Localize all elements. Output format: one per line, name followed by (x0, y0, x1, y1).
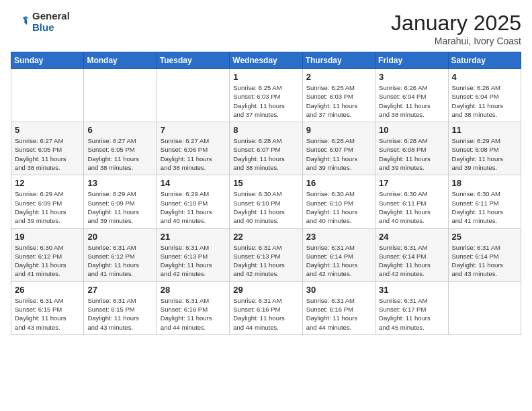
day-info: Sunrise: 6:31 AM Sunset: 6:12 PM Dayligh… (87, 243, 152, 279)
day-info: Sunrise: 6:29 AM Sunset: 6:09 PM Dayligh… (87, 189, 152, 225)
calendar-header-saturday: Saturday (448, 52, 521, 69)
logo-icon (11, 13, 30, 32)
day-number: 16 (306, 178, 371, 188)
day-number: 5 (15, 125, 80, 135)
calendar-cell: 7Sunrise: 6:27 AM Sunset: 6:06 PM Daylig… (157, 122, 229, 175)
calendar-cell: 6Sunrise: 6:27 AM Sunset: 6:05 PM Daylig… (84, 122, 157, 175)
calendar-cell: 13Sunrise: 6:29 AM Sunset: 6:09 PM Dayli… (84, 175, 157, 228)
calendar-cell: 22Sunrise: 6:31 AM Sunset: 6:13 PM Dayli… (230, 228, 302, 281)
calendar-cell: 4Sunrise: 6:26 AM Sunset: 6:04 PM Daylig… (448, 69, 521, 122)
day-number: 14 (161, 178, 226, 188)
day-info: Sunrise: 6:31 AM Sunset: 6:14 PM Dayligh… (452, 243, 517, 279)
day-number: 19 (15, 232, 80, 242)
calendar-cell: 14Sunrise: 6:29 AM Sunset: 6:10 PM Dayli… (157, 175, 229, 228)
location-title: Marahui, Ivory Coast (391, 36, 521, 46)
calendar-cell: 29Sunrise: 6:31 AM Sunset: 6:16 PM Dayli… (230, 281, 302, 334)
calendar-cell: 24Sunrise: 6:31 AM Sunset: 6:14 PM Dayli… (375, 228, 448, 281)
calendar-cell (157, 69, 229, 122)
calendar-cell (84, 69, 157, 122)
day-number: 18 (452, 178, 517, 188)
day-info: Sunrise: 6:27 AM Sunset: 6:05 PM Dayligh… (87, 136, 152, 172)
logo-text: General Blue (32, 11, 70, 33)
day-number: 11 (452, 125, 517, 135)
day-info: Sunrise: 6:31 AM Sunset: 6:13 PM Dayligh… (161, 243, 226, 279)
logo-general: General (32, 10, 70, 21)
calendar-header-sunday: Sunday (11, 52, 84, 69)
day-info: Sunrise: 6:31 AM Sunset: 6:16 PM Dayligh… (233, 296, 298, 332)
calendar-week-row: 12Sunrise: 6:29 AM Sunset: 6:09 PM Dayli… (11, 175, 521, 228)
calendar-cell: 23Sunrise: 6:31 AM Sunset: 6:14 PM Dayli… (302, 228, 375, 281)
day-number: 8 (233, 125, 298, 135)
calendar-header-friday: Friday (375, 52, 448, 69)
day-info: Sunrise: 6:30 AM Sunset: 6:11 PM Dayligh… (379, 189, 444, 225)
day-info: Sunrise: 6:25 AM Sunset: 6:03 PM Dayligh… (233, 83, 298, 119)
day-number: 3 (379, 72, 444, 82)
day-number: 17 (379, 178, 444, 188)
calendar-week-row: 1Sunrise: 6:25 AM Sunset: 6:03 PM Daylig… (11, 69, 521, 122)
calendar-header-monday: Monday (84, 52, 157, 69)
calendar-header-wednesday: Wednesday (230, 52, 302, 69)
day-info: Sunrise: 6:31 AM Sunset: 6:16 PM Dayligh… (306, 296, 371, 332)
day-info: Sunrise: 6:31 AM Sunset: 6:17 PM Dayligh… (379, 296, 444, 332)
day-number: 24 (379, 232, 444, 242)
day-info: Sunrise: 6:28 AM Sunset: 6:07 PM Dayligh… (233, 136, 298, 172)
day-info: Sunrise: 6:26 AM Sunset: 6:04 PM Dayligh… (379, 83, 444, 119)
calendar-cell: 11Sunrise: 6:29 AM Sunset: 6:08 PM Dayli… (448, 122, 521, 175)
day-info: Sunrise: 6:31 AM Sunset: 6:14 PM Dayligh… (306, 243, 371, 279)
day-info: Sunrise: 6:31 AM Sunset: 6:15 PM Dayligh… (15, 296, 80, 332)
calendar-week-row: 19Sunrise: 6:30 AM Sunset: 6:12 PM Dayli… (11, 228, 521, 281)
calendar-cell: 27Sunrise: 6:31 AM Sunset: 6:15 PM Dayli… (84, 281, 157, 334)
calendar-cell: 9Sunrise: 6:28 AM Sunset: 6:07 PM Daylig… (302, 122, 375, 175)
calendar-cell: 5Sunrise: 6:27 AM Sunset: 6:05 PM Daylig… (11, 122, 84, 175)
calendar-cell: 20Sunrise: 6:31 AM Sunset: 6:12 PM Dayli… (84, 228, 157, 281)
day-number: 26 (15, 285, 80, 295)
calendar-cell: 2Sunrise: 6:25 AM Sunset: 6:03 PM Daylig… (302, 69, 375, 122)
calendar-cell: 17Sunrise: 6:30 AM Sunset: 6:11 PM Dayli… (375, 175, 448, 228)
day-info: Sunrise: 6:28 AM Sunset: 6:08 PM Dayligh… (379, 136, 444, 172)
day-number: 2 (306, 72, 371, 82)
calendar-cell: 26Sunrise: 6:31 AM Sunset: 6:15 PM Dayli… (11, 281, 84, 334)
day-number: 31 (379, 285, 444, 295)
day-info: Sunrise: 6:31 AM Sunset: 6:16 PM Dayligh… (161, 296, 226, 332)
day-number: 1 (233, 72, 298, 82)
day-number: 21 (161, 232, 226, 242)
day-number: 23 (306, 232, 371, 242)
calendar-cell: 30Sunrise: 6:31 AM Sunset: 6:16 PM Dayli… (302, 281, 375, 334)
day-info: Sunrise: 6:25 AM Sunset: 6:03 PM Dayligh… (306, 83, 371, 119)
calendar-cell: 21Sunrise: 6:31 AM Sunset: 6:13 PM Dayli… (157, 228, 229, 281)
calendar-cell: 16Sunrise: 6:30 AM Sunset: 6:10 PM Dayli… (302, 175, 375, 228)
day-info: Sunrise: 6:26 AM Sunset: 6:04 PM Dayligh… (452, 83, 517, 119)
calendar-header-tuesday: Tuesday (157, 52, 229, 69)
day-number: 6 (87, 125, 152, 135)
day-number: 10 (379, 125, 444, 135)
logo: General Blue (11, 11, 70, 33)
calendar-table: SundayMondayTuesdayWednesdayThursdayFrid… (11, 52, 521, 335)
day-info: Sunrise: 6:31 AM Sunset: 6:13 PM Dayligh… (233, 243, 298, 279)
day-number: 4 (452, 72, 517, 82)
day-info: Sunrise: 6:27 AM Sunset: 6:05 PM Dayligh… (15, 136, 80, 172)
day-number: 27 (87, 285, 152, 295)
calendar-cell (448, 281, 521, 334)
day-info: Sunrise: 6:31 AM Sunset: 6:15 PM Dayligh… (87, 296, 152, 332)
title-area: January 2025 Marahui, Ivory Coast (391, 11, 521, 46)
calendar-cell: 18Sunrise: 6:30 AM Sunset: 6:11 PM Dayli… (448, 175, 521, 228)
day-number: 28 (161, 285, 226, 295)
day-info: Sunrise: 6:27 AM Sunset: 6:06 PM Dayligh… (161, 136, 226, 172)
day-number: 12 (15, 178, 80, 188)
page-header: General Blue January 2025 Marahui, Ivory… (11, 11, 521, 46)
day-number: 25 (452, 232, 517, 242)
day-info: Sunrise: 6:29 AM Sunset: 6:08 PM Dayligh… (452, 136, 517, 172)
calendar-week-row: 5Sunrise: 6:27 AM Sunset: 6:05 PM Daylig… (11, 122, 521, 175)
day-number: 7 (161, 125, 226, 135)
day-info: Sunrise: 6:28 AM Sunset: 6:07 PM Dayligh… (306, 136, 371, 172)
day-number: 9 (306, 125, 371, 135)
day-info: Sunrise: 6:30 AM Sunset: 6:11 PM Dayligh… (452, 189, 517, 225)
day-info: Sunrise: 6:30 AM Sunset: 6:10 PM Dayligh… (306, 189, 371, 225)
day-info: Sunrise: 6:29 AM Sunset: 6:10 PM Dayligh… (161, 189, 226, 225)
month-title: January 2025 (391, 11, 521, 36)
day-info: Sunrise: 6:29 AM Sunset: 6:09 PM Dayligh… (15, 189, 80, 225)
day-number: 22 (233, 232, 298, 242)
calendar-cell: 1Sunrise: 6:25 AM Sunset: 6:03 PM Daylig… (230, 69, 302, 122)
day-info: Sunrise: 6:30 AM Sunset: 6:12 PM Dayligh… (15, 243, 80, 279)
calendar-cell: 8Sunrise: 6:28 AM Sunset: 6:07 PM Daylig… (230, 122, 302, 175)
